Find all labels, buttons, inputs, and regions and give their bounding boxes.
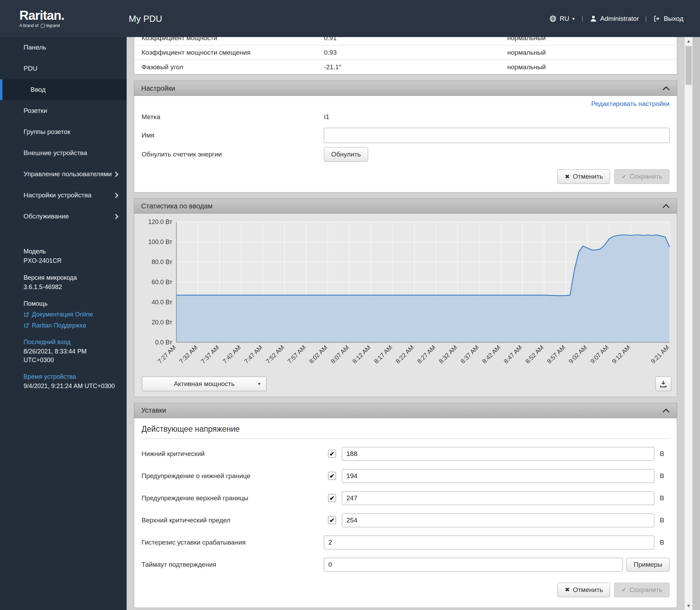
cancel-icon: ✖	[565, 173, 570, 180]
sensor-status: нормальный	[507, 37, 670, 42]
model-label: Модель	[24, 247, 118, 255]
scrollbar-thumb[interactable]	[685, 46, 692, 85]
sidebar-item[interactable]: Группы розеток	[0, 122, 127, 143]
external-link-icon	[24, 312, 29, 317]
collapse-icon[interactable]	[662, 86, 670, 91]
sidebar-item[interactable]: Внешние устройства	[0, 143, 127, 164]
sidebar-item[interactable]: Розетки	[0, 100, 127, 122]
threshold-checkbox[interactable]	[328, 472, 336, 480]
language-label: RU	[560, 15, 569, 23]
threshold-input[interactable]	[324, 536, 654, 549]
page-title: My PDU	[129, 13, 162, 24]
sidebar-item-label: Управление пользователями	[24, 170, 112, 178]
sidebar-item[interactable]: Обслуживание	[0, 206, 127, 227]
svg-text:7:32 AM: 7:32 AM	[178, 344, 199, 365]
edit-settings-link[interactable]: Редактировать настройки	[591, 100, 670, 107]
content-area: Коэффициент мощности 0.91 нормальный Коэ…	[127, 37, 684, 610]
download-icon	[659, 380, 667, 388]
statistics-section-header[interactable]: Статистика по вводам	[134, 198, 677, 214]
collapse-icon[interactable]	[662, 204, 670, 208]
label-field-label: Метка	[142, 113, 324, 121]
svg-text:9:12 AM: 9:12 AM	[611, 344, 632, 365]
support-link[interactable]: Raritan Поддержка	[24, 321, 118, 330]
svg-text:7:27 AM: 7:27 AM	[156, 344, 178, 365]
external-link-icon	[24, 323, 29, 328]
threshold-checkbox[interactable]	[328, 450, 336, 458]
threshold-input[interactable]	[342, 513, 654, 527]
sensor-value: 0.91	[324, 37, 507, 42]
svg-text:7:57 AM: 7:57 AM	[286, 344, 307, 365]
cancel-button[interactable]: ✖ Отменить	[557, 583, 610, 597]
download-chart-button[interactable]	[655, 377, 671, 391]
firmware-label: Версия микрокода	[24, 273, 118, 282]
sidebar-item-label: Обслуживание	[24, 213, 69, 220]
firmware-value: 3.6.1.5-46982	[24, 283, 118, 291]
sidebar-item[interactable]: Панель	[0, 37, 127, 58]
svg-text:8:42 AM: 8:42 AM	[481, 344, 502, 365]
content-scrollbar[interactable]: ▲ ▼	[684, 37, 692, 610]
user-icon	[590, 15, 597, 23]
save-button[interactable]: ✔ Сохранить	[614, 583, 670, 597]
user-menu[interactable]: Administrator	[590, 15, 639, 23]
svg-text:8:37 AM: 8:37 AM	[459, 344, 480, 365]
unit-label: В	[654, 517, 670, 524]
settings-section-header[interactable]: Настройки	[134, 81, 677, 96]
main-area: Панель PDU Ввод Розетки	[0, 37, 700, 610]
threshold-label: Таймаут подтверждения	[142, 561, 324, 568]
sensor-status: нормальный	[507, 63, 670, 71]
documentation-link[interactable]: Документация Online	[24, 310, 118, 319]
scroll-up-arrow[interactable]: ▲	[685, 37, 692, 45]
save-button[interactable]: ✔ Сохранить	[614, 169, 670, 184]
metric-select[interactable]: Активная мощность ▼	[142, 377, 266, 391]
logout-icon	[653, 15, 661, 23]
examples-button[interactable]: Примеры	[626, 558, 670, 572]
name-field-label: Имя	[142, 132, 324, 139]
language-selector[interactable]: RU ▼	[549, 15, 575, 23]
section-title: Настройки	[141, 84, 175, 92]
sidebar-item[interactable]: PDU	[0, 58, 127, 79]
name-input[interactable]	[324, 128, 670, 143]
reset-energy-button[interactable]: Обнулить	[324, 147, 368, 162]
svg-text:9:21 AM: 9:21 AM	[649, 344, 671, 365]
unit-label: В	[654, 450, 670, 458]
reset-energy-label: Обнулить счетчик энергии	[142, 151, 324, 158]
app-header: Raritan. A brand of legrand My PDU RU ▼ …	[0, 0, 700, 37]
svg-text:7:42 AM: 7:42 AM	[221, 344, 242, 365]
legrand-text: legrand	[46, 23, 60, 28]
svg-text:8:27 AM: 8:27 AM	[416, 344, 437, 365]
unit-label: В	[654, 472, 670, 480]
section-title: Уставки	[141, 406, 166, 414]
sidebar-item[interactable]: Ввод	[0, 79, 127, 100]
sidebar-item[interactable]: Настройки устройства	[0, 185, 127, 206]
support-link-label: Raritan Поддержка	[32, 321, 86, 330]
threshold-input[interactable]	[342, 491, 654, 505]
logout-button[interactable]: Выход	[653, 15, 683, 23]
table-row: Фазовый угол -21.1° нормальный	[134, 60, 677, 74]
svg-text:8:57 AM: 8:57 AM	[546, 344, 567, 365]
threshold-checkbox[interactable]	[328, 516, 336, 524]
sidebar-nav: Панель PDU Ввод Розетки	[0, 37, 127, 610]
sensors-table: Коэффициент мощности 0.91 нормальный Коэ…	[134, 37, 677, 75]
chevron-right-icon	[113, 214, 119, 219]
threshold-row: Таймаут подтверждения Примеры	[142, 554, 670, 576]
threshold-input[interactable]	[342, 447, 654, 461]
svg-text:120.0 Вт: 120.0 Вт	[148, 218, 172, 225]
svg-text:9:07 AM: 9:07 AM	[589, 344, 610, 365]
cancel-button[interactable]: ✖ Отменить	[557, 169, 610, 184]
sidebar-item-label: Ввод	[30, 86, 46, 93]
collapse-icon[interactable]	[662, 408, 670, 413]
caret-down-icon: ▼	[572, 17, 575, 21]
svg-text:8:47 AM: 8:47 AM	[502, 344, 524, 365]
threshold-checkbox[interactable]	[328, 494, 336, 502]
user-name: Administrator	[600, 15, 639, 23]
thresholds-section-header[interactable]: Уставки	[134, 403, 677, 418]
threshold-input[interactable]	[342, 469, 654, 483]
sidebar-item[interactable]: Управление пользователями	[0, 164, 127, 185]
logo-tagline: A brand of legrand	[19, 23, 64, 28]
tagline-text: A brand of	[19, 23, 38, 28]
threshold-row: Предупреждение верхней границы В	[142, 487, 670, 509]
threshold-input[interactable]	[324, 558, 623, 572]
svg-text:8:12 AM: 8:12 AM	[351, 344, 372, 365]
logo-text: Raritan.	[19, 9, 64, 22]
scroll-down-arrow[interactable]: ▼	[685, 602, 692, 610]
